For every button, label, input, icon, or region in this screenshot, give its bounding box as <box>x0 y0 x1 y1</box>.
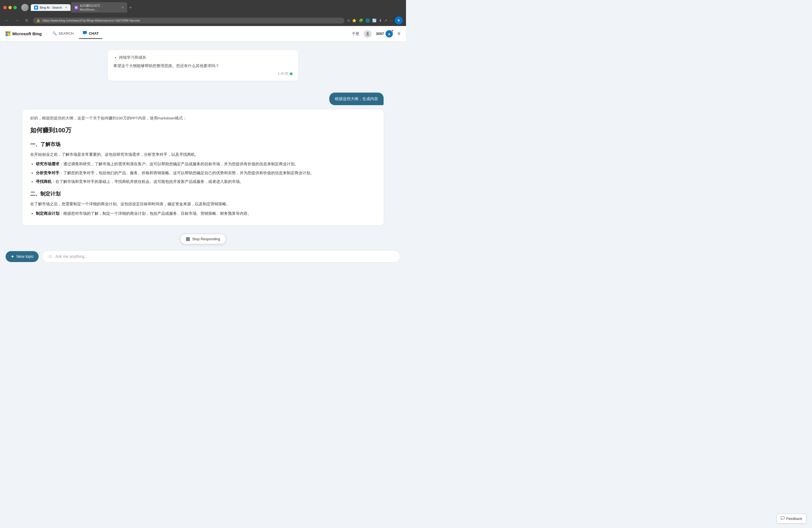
address-box[interactable]: 🔒 https://www.bing.com/search?q=Bing+AI&… <box>33 18 344 24</box>
share-icon[interactable]: ↗ <box>384 18 387 22</box>
nav-chat-label: CHAT <box>89 31 99 35</box>
section-title-2: 二、制定计划 <box>30 190 376 198</box>
user-bubble: 根据这些大纲，生成内容 <box>329 93 383 105</box>
ask-input[interactable]: ☺ Ask me anything... <box>42 250 401 262</box>
chat-messages: 持续学习和成长 希望这个大纲能够帮助您整理思路。您还有什么其他要求吗？ 1 of… <box>0 42 406 247</box>
translate-icon[interactable]: 🌐 <box>365 18 370 22</box>
chat-area: 持续学习和成长 希望这个大纲能够帮助您整理思路。您还有什么其他要求吗？ 1 of… <box>0 42 406 267</box>
ai-intro: 好的，根据您提供的大纲，这是一个关于如何赚到100万的PPT内容，使用markd… <box>30 115 376 122</box>
stop-icon <box>186 237 190 241</box>
points-value: 3097 <box>376 32 384 36</box>
tab-label-2: 如何赚到100万 - MindShow,... <box>80 4 119 11</box>
inactive-tab[interactable]: 如何赚到100万 - MindShow,... ✕ <box>71 2 127 13</box>
ms-sq1 <box>5 31 8 33</box>
ask-placeholder: Ask me anything... <box>55 254 88 259</box>
browser-titlebar: Bing AI - Search ✕ 如何赚到100万 - MindShow,.… <box>0 0 406 15</box>
bing-logo-text: Microsoft Bing <box>12 31 42 36</box>
browser-chrome: Bing AI - Search ✕ 如何赚到100万 - MindShow,.… <box>0 0 406 26</box>
back-button[interactable]: ← <box>3 17 11 24</box>
tab-favicon-2 <box>74 5 78 10</box>
more-icon[interactable]: ··· <box>390 18 393 22</box>
prev-bullet: 持续学习和成长 <box>119 55 293 61</box>
prev-msg-bubble: 持续学习和成长 希望这个大纲能够帮助您整理思路。您还有什么其他要求吗？ 1 of… <box>108 50 298 81</box>
microsoft-logo-icon <box>5 31 11 36</box>
section-title-1: 一、了解市场 <box>30 140 376 149</box>
ai-main-title: 如何赚到100万 <box>30 125 376 135</box>
user-message: 根据这些大纲，生成内容 <box>56 93 383 105</box>
download-icon[interactable]: ⬇ <box>379 18 382 22</box>
ask-icon: ☺ <box>48 254 52 259</box>
stop-responding-button[interactable]: Stop Responding <box>180 234 226 244</box>
active-tab[interactable]: Bing AI - Search ✕ <box>31 4 71 11</box>
star-icon[interactable]: ⭐ <box>352 18 357 22</box>
forward-button[interactable]: → <box>13 17 21 24</box>
points-badge: 3097 <box>376 30 393 37</box>
lock-icon: 🔒 <box>37 19 40 22</box>
address-url: https://www.bing.com/search?q=Bing+AI&sh… <box>43 19 341 22</box>
counter-dot <box>290 72 293 75</box>
add-tab-button[interactable]: + <box>128 4 133 11</box>
svg-rect-4 <box>83 31 87 34</box>
list-item: 分析竞争对手：了解您的竞争对手，包括他们的产品、服务、价格和营销策略。这可以帮助… <box>36 170 376 177</box>
tab-close-2[interactable]: ✕ <box>121 6 124 9</box>
bing-logo: Microsoft Bing <box>5 31 42 36</box>
tab-favicon-1 <box>34 5 38 10</box>
user-name: 于昱 <box>352 31 359 36</box>
section-2-text: 在了解市场之后，您需要制定一个详细的商业计划。这包括设定目标和时间表，确定资金来… <box>30 201 376 208</box>
prev-continuation: 希望这个大纲能够帮助您整理思路。您还有什么其他要求吗？ <box>113 63 293 69</box>
user-avatar[interactable] <box>364 30 372 38</box>
browser-actions: A ⭐ 🧩 🌐 🔄 ⬇ ↗ ··· B <box>347 16 403 24</box>
tab-label-1: Bing AI - Search <box>40 6 62 9</box>
svg-text:B: B <box>397 19 400 22</box>
section-2-list: 制定商业计划：根据您对市场的了解，制定一个详细的商业计划，包括产品或服务、目标市… <box>30 210 376 217</box>
nav-search[interactable]: 🔍 SEARCH <box>48 29 77 39</box>
chat-icon <box>83 31 87 36</box>
refresh-button[interactable]: ↻ <box>24 17 30 24</box>
list-item: 制定商业计划：根据您对市场的了解，制定一个详细的商业计划，包括产品或服务、目标市… <box>36 210 376 217</box>
new-topic-label: New topic <box>16 254 33 259</box>
nav-search-label: SEARCH <box>59 31 74 35</box>
new-topic-icon: ✦ <box>11 254 14 259</box>
browser-profile <box>21 4 29 11</box>
close-dot[interactable] <box>3 6 7 9</box>
bing-header: Microsoft Bing 🔍 SEARCH CHAT 于昱 3097 <box>0 26 406 42</box>
nav-chat[interactable]: CHAT <box>79 29 102 39</box>
list-item: 寻找商机：在了解市场和竞争对手的基础上，寻找商机并抓住机会。这可能包括开发新产品… <box>36 178 376 185</box>
bing-nav: 🔍 SEARCH CHAT <box>48 29 102 39</box>
msg-counter: 1 of 20 <box>113 71 293 76</box>
refresh-icon[interactable]: 🔄 <box>372 18 377 22</box>
section-1-list: 研究市场需求：通过调查和研究，了解市场上的需求和潜在客户。这可以帮助您确定产品或… <box>30 161 376 185</box>
prev-ai-message: 持续学习和成长 希望这个大纲能够帮助您整理思路。您还有什么其他要求吗？ 1 of… <box>23 47 383 88</box>
tab-bar: Bing AI - Search ✕ 如何赚到100万 - MindShow,.… <box>31 2 403 13</box>
rewards-icon[interactable] <box>386 30 393 37</box>
browser-addressbar: ← → ↻ 🔒 https://www.bing.com/search?q=Bi… <box>0 15 406 26</box>
menu-icon[interactable]: ≡ <box>397 31 401 36</box>
ms-sq2 <box>8 31 10 33</box>
bing-app: Microsoft Bing 🔍 SEARCH CHAT 于昱 3097 <box>0 26 406 267</box>
stop-btn-label: Stop Responding <box>192 237 220 241</box>
maximize-dot[interactable] <box>13 6 17 9</box>
browser-profile-icon: B <box>395 16 403 24</box>
notification-dot <box>391 30 393 32</box>
minimize-dot[interactable] <box>9 6 12 9</box>
bing-header-right: 于昱 3097 ≡ <box>352 30 401 38</box>
section-1-text: 在开始创业之前，了解市场是非常重要的。这包括研究市场需求，分析竞争对手，以及寻找… <box>30 151 376 158</box>
svg-point-0 <box>35 6 37 9</box>
extension-icon[interactable]: 🧩 <box>359 18 363 22</box>
new-topic-button[interactable]: ✦ New topic <box>5 251 39 262</box>
svg-rect-1 <box>75 7 77 9</box>
chat-bottom: ✦ New topic ☺ Ask me anything... <box>0 247 406 267</box>
browser-dots <box>3 6 17 9</box>
ai-response: 好的，根据您提供的大纲，这是一个关于如何赚到100万的PPT内容，使用markd… <box>23 110 383 225</box>
ms-sq4 <box>8 34 10 36</box>
search-icon: 🔍 <box>52 31 57 35</box>
svg-point-5 <box>366 32 369 34</box>
reader-icon[interactable]: A <box>347 18 350 22</box>
list-item: 研究市场需求：通过调查和研究，了解市场上的需求和潜在客户。这可以帮助您确定产品或… <box>36 161 376 167</box>
ms-sq3 <box>5 34 8 36</box>
tab-close-1[interactable]: ✕ <box>65 6 67 9</box>
stop-btn-wrapper: Stop Responding <box>180 234 226 244</box>
